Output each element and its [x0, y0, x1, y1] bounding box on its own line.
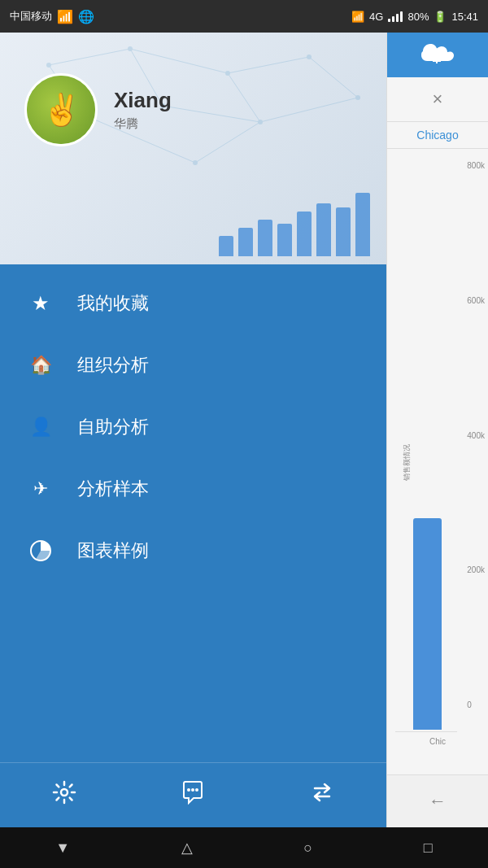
carrier-icon: 📶 — [57, 9, 73, 24]
svg-line-9 — [49, 49, 130, 65]
signal-bar-1 — [388, 19, 390, 22]
header-chart-bar-8 — [355, 193, 370, 256]
android-back-icon[interactable]: ▼ — [55, 840, 70, 857]
right-chart-area: 800k 600k 400k 200k 0 销售额情况 Chic — [387, 149, 488, 774]
right-panel-header — [387, 33, 488, 77]
header-chart-bar-4 — [277, 224, 292, 256]
wifi-icon: 📶 — [351, 11, 364, 23]
svg-point-21 — [61, 789, 68, 796]
header-chart-bar-3 — [258, 220, 272, 256]
user-name: Xiang — [114, 88, 172, 113]
svg-line-16 — [163, 106, 260, 122]
y-label-600k: 600k — [467, 296, 485, 305]
nav-label-analysis-sample: 分析样本 — [77, 477, 149, 501]
status-bar-left: 中国移动 📶 🌐 — [10, 9, 94, 24]
bottom-toolbar — [0, 762, 386, 827]
android-menu-icon[interactable]: □ — [424, 840, 433, 857]
android-home-icon[interactable]: △ — [181, 839, 193, 857]
star-icon: ★ — [24, 287, 57, 320]
carrier-icon2: 🌐 — [78, 9, 94, 24]
svg-line-10 — [130, 49, 228, 73]
header-chart-bar-5 — [297, 212, 312, 256]
header-chart-bar-6 — [316, 203, 331, 256]
plane-icon: ✈ — [24, 473, 57, 505]
svg-point-24 — [195, 788, 198, 792]
pie-icon — [24, 534, 57, 567]
nav-item-self-analysis[interactable]: 👤 自助分析 — [0, 396, 386, 458]
status-bar: 中国移动 📶 🌐 📶 4G 80% 🔋 15:41 — [0, 0, 488, 33]
chart-baseline — [395, 731, 457, 732]
header-chart-bar-2 — [238, 228, 253, 256]
status-bar-right: 📶 4G 80% 🔋 15:41 — [351, 11, 478, 23]
user-profile: ✌️ Xiang 华腾 — [24, 73, 172, 146]
avatar: ✌️ — [24, 73, 98, 146]
header-area: ✌️ Xiang 华腾 — [0, 33, 386, 264]
user-info: Xiang 华腾 — [114, 88, 172, 132]
content-panels: ✌️ Xiang 华腾 — [0, 33, 488, 827]
carrier-text: 中国移动 — [10, 9, 52, 24]
y-axis-title: 销售额情况 — [403, 443, 411, 480]
svg-line-18 — [195, 122, 260, 163]
svg-line-12 — [309, 57, 358, 98]
network-type: 4G — [369, 11, 383, 23]
user-subtitle: 华腾 — [114, 116, 172, 132]
signal-bar-4 — [400, 11, 403, 22]
switch-button[interactable] — [302, 772, 342, 818]
header-chart-bar-1 — [219, 236, 233, 256]
nav-label-favorites: 我的收藏 — [77, 291, 149, 316]
y-label-0: 0 — [467, 700, 485, 709]
battery-text: 80% — [407, 11, 429, 23]
nav-item-org-analysis[interactable]: 🏠 组织分析 — [0, 334, 386, 396]
settings-button[interactable] — [44, 772, 85, 818]
time-text: 15:41 — [451, 11, 478, 23]
back-button[interactable]: ← — [387, 774, 488, 827]
svg-line-14 — [228, 73, 260, 122]
signal-bars — [388, 11, 403, 22]
signal-bar-3 — [396, 14, 399, 22]
svg-rect-32 — [444, 52, 447, 59]
person-icon: 👤 — [24, 411, 57, 443]
y-label-800k: 800k — [467, 161, 485, 170]
header-chart-bar-7 — [336, 207, 351, 256]
svg-rect-29 — [432, 54, 434, 59]
header-chart — [219, 191, 370, 256]
svg-rect-31 — [440, 49, 442, 59]
android-recents-icon[interactable]: ○ — [303, 840, 312, 857]
y-label-400k: 400k — [467, 431, 485, 440]
nav-area: ★ 我的收藏 🏠 组织分析 👤 自助分析 ✈ 分析样本 — [0, 264, 386, 762]
nav-label-self-analysis: 自助分析 — [77, 415, 149, 439]
left-panel: ✌️ Xiang 华腾 — [0, 33, 386, 827]
android-nav-bar: ▼ △ ○ □ — [0, 827, 488, 868]
nav-label-chart-sample: 图表样例 — [77, 539, 149, 563]
chat-button[interactable] — [172, 772, 213, 818]
cloud-icon — [421, 42, 454, 68]
close-icon: × — [433, 89, 443, 110]
svg-point-22 — [187, 788, 190, 792]
nav-item-chart-sample[interactable]: 图表样例 — [0, 520, 386, 582]
svg-rect-28 — [428, 56, 430, 59]
x-label-chicago: Chic — [429, 737, 446, 746]
nav-item-favorites[interactable]: ★ 我的收藏 — [0, 273, 386, 334]
nav-label-org-analysis: 组织分析 — [77, 353, 149, 377]
home-icon: 🏠 — [24, 349, 57, 382]
y-label-200k: 200k — [467, 565, 485, 574]
signal-bar-2 — [392, 16, 394, 22]
right-panel: × Chicago 800k 600k 400k 200k 0 销售额情况 — [386, 33, 488, 827]
city-label: Chicago — [387, 122, 488, 149]
battery-icon: 🔋 — [434, 11, 447, 23]
svg-line-11 — [228, 57, 309, 73]
svg-rect-26 — [433, 60, 441, 62]
svg-point-23 — [191, 788, 194, 792]
nav-item-analysis-sample[interactable]: ✈ 分析样本 — [0, 458, 386, 520]
close-button[interactable]: × — [387, 77, 488, 122]
avatar-emoji: ✌️ — [42, 94, 81, 125]
back-icon: ← — [429, 791, 447, 812]
chicago-bar — [413, 518, 442, 730]
avatar-inner: ✌️ — [27, 76, 95, 144]
svg-rect-30 — [436, 51, 438, 59]
svg-line-19 — [260, 98, 358, 122]
